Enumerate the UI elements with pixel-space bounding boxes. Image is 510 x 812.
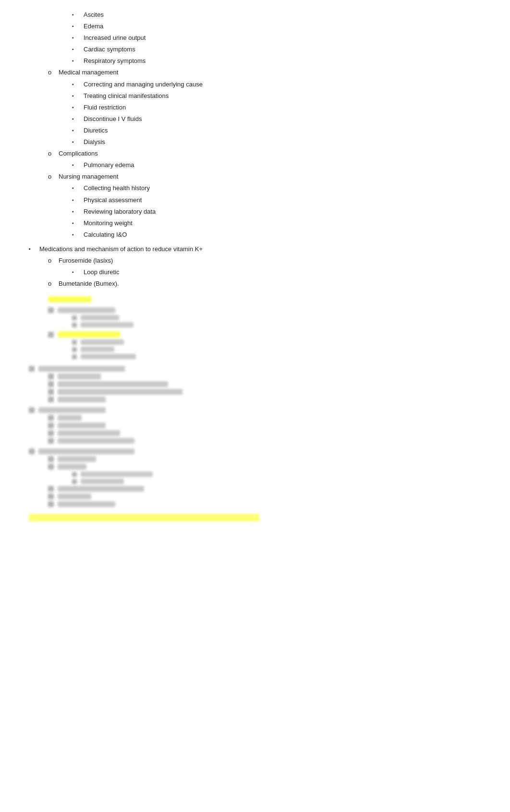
l3-reviewing-lab: ▪ Reviewing laboratory data <box>72 206 491 217</box>
l2-furosemide: o Furosemide (lasixs) <box>48 255 491 266</box>
l3-loop-diuretic: ▪ Loop diuretic <box>72 267 491 278</box>
l3-dialysis: ▪ Dialysis <box>72 137 491 147</box>
item-text: Medications and mechanism of action to r… <box>39 244 203 255</box>
item-text: Monitoring weight <box>84 218 133 229</box>
item-text: Discontinue I V fluids <box>84 114 142 124</box>
l3-correcting: ▪ Correcting and managing underlying cau… <box>72 79 491 90</box>
bullet-icon: ▪ <box>72 56 80 65</box>
item-text: Dialysis <box>84 137 105 147</box>
l2-bumetanide: o Bumetanide (Bumex). <box>48 279 491 289</box>
l3-item-cardiac: ▪ Cardiac symptoms <box>72 44 491 55</box>
item-text: Pulmonary edema <box>84 160 134 170</box>
l3-item-urine: ▪ Increased urine output <box>72 33 491 43</box>
bullet-icon: ▪ <box>72 183 80 192</box>
item-text: Fluid restriction <box>84 102 126 113</box>
bullet-icon: ▪ <box>72 91 80 100</box>
item-text: Increased urine output <box>84 33 146 43</box>
l2-medical-management: o Medical management <box>48 67 491 78</box>
bullet-icon: o <box>48 67 55 78</box>
l3-discontinue: ▪ Discontinue I V fluids <box>72 114 491 124</box>
item-text: Collecting health history <box>84 183 150 194</box>
l3-calculating: ▪ Calculating I&O <box>72 230 491 240</box>
bullet-icon: ▪ <box>72 79 80 88</box>
bullet-icon: ▪ <box>72 33 80 42</box>
blurred-content-section <box>19 294 491 521</box>
l2-nursing-management: o Nursing management <box>48 171 491 182</box>
item-text: Ascites <box>84 10 104 20</box>
item-text: Medical management <box>59 67 118 78</box>
l3-monitoring: ▪ Monitoring weight <box>72 218 491 229</box>
l3-item-respiratory: ▪ Respiratory symptoms <box>72 56 491 66</box>
item-text: Treating clinical manifestations <box>84 91 169 101</box>
l3-diuretics: ▪ Diuretics <box>72 125 491 136</box>
item-text: Nursing management <box>59 171 118 182</box>
item-text: Correcting and managing underlying cause <box>84 79 203 90</box>
l3-physical: ▪ Physical assessment <box>72 195 491 206</box>
item-text: Edema <box>84 21 103 32</box>
bullet-icon: ▪ <box>72 230 80 239</box>
item-text: Respiratory symptoms <box>84 56 146 66</box>
bullet-icon: ▪ <box>72 137 80 146</box>
bullet-icon: o <box>48 279 55 289</box>
l3-collecting: ▪ Collecting health history <box>72 183 491 194</box>
bullet-icon: ▪ <box>29 244 36 254</box>
item-text: Cardiac symptoms <box>84 44 135 55</box>
item-text: Physical assessment <box>84 195 142 206</box>
bullet-icon: ▪ <box>72 218 80 227</box>
item-text: Reviewing laboratory data <box>84 206 156 217</box>
l3-item-ascites: ▪ Ascites <box>72 10 491 20</box>
bullet-icon: ▪ <box>72 267 80 276</box>
item-text: Diuretics <box>84 125 108 136</box>
item-text: Bumetanide (Bumex). <box>59 279 119 289</box>
bullet-icon: ▪ <box>72 114 80 123</box>
bullet-icon: o <box>48 255 55 266</box>
bullet-icon: ▪ <box>72 44 80 53</box>
l3-pulmonary: ▪ Pulmonary edema <box>72 160 491 170</box>
bullet-icon: o <box>48 148 55 159</box>
l3-item-edema: ▪ Edema <box>72 21 491 32</box>
l2-complications: o Complications <box>48 148 491 159</box>
item-text: Furosemide (lasixs) <box>59 255 113 266</box>
outline-container: ▪ Ascites ▪ Edema ▪ Increased urine outp… <box>19 10 491 521</box>
bullet-icon: ▪ <box>72 125 80 134</box>
bullet-icon: ▪ <box>72 206 80 216</box>
bullet-icon: ▪ <box>72 160 80 169</box>
item-text: Loop diuretic <box>84 267 119 278</box>
l3-fluid: ▪ Fluid restriction <box>72 102 491 113</box>
bullet-icon: o <box>48 171 55 182</box>
bullet-icon: ▪ <box>72 102 80 111</box>
bullet-icon: ▪ <box>72 21 80 30</box>
l1-medications: ▪ Medications and mechanism of action to… <box>29 244 491 255</box>
item-text: Calculating I&O <box>84 230 127 240</box>
bullet-icon: ▪ <box>72 10 80 19</box>
l3-treating: ▪ Treating clinical manifestations <box>72 91 491 101</box>
item-text: Complications <box>59 148 98 159</box>
bullet-icon: ▪ <box>72 195 80 204</box>
